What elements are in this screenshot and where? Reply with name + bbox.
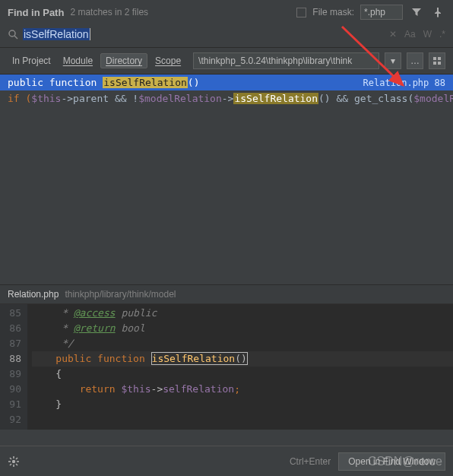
svg-point-0 (9, 30, 15, 36)
search-input[interactable]: isSelfRelation (23, 26, 385, 43)
search-query-text: isSelfRelation (23, 28, 90, 40)
result-file-info: Relation.php 88 (359, 78, 445, 88)
path-dropdown-icon[interactable]: ▾ (385, 52, 401, 69)
filemask-input[interactable] (360, 5, 403, 20)
recursive-icon[interactable] (429, 52, 445, 69)
words-icon[interactable]: W (423, 29, 432, 40)
preview-path: thinkphp/library/think/model (65, 289, 176, 300)
tab-scope[interactable]: Scope (150, 53, 185, 68)
svg-rect-4 (433, 62, 436, 65)
open-find-window-button[interactable]: Open in Find Window (338, 452, 445, 471)
gear-icon[interactable] (8, 455, 20, 468)
pin-icon[interactable] (430, 7, 445, 17)
filemask-checkbox[interactable] (296, 8, 306, 17)
svg-line-1 (14, 36, 17, 39)
svg-rect-3 (438, 57, 441, 60)
filter-icon[interactable] (409, 7, 424, 17)
match-highlight: isSelfRelation (103, 77, 188, 88)
svg-line-12 (16, 464, 17, 465)
dialog-title: Find in Path (8, 7, 64, 18)
preview-header: Relation.php thinkphp/library/think/mode… (0, 284, 453, 304)
result-row[interactable]: if ($this->parent && !$modelRelation->is… (0, 90, 453, 106)
svg-line-14 (16, 458, 17, 459)
code-preview[interactable]: 85 86 87 88 89 90 91 92 * @access public… (0, 304, 453, 430)
title-bar: Find in Path 2 matches in 2 files File m… (0, 0, 453, 23)
svg-rect-2 (433, 57, 436, 60)
gutter: 85 86 87 88 89 90 91 92 (0, 304, 27, 430)
browse-path-button[interactable]: … (407, 52, 423, 69)
shortcut-hint: Ctrl+Enter (290, 456, 331, 467)
code-lines: * @access public * @return bool */ publi… (27, 304, 453, 430)
search-icon (8, 29, 18, 40)
filemask-label: File mask: (312, 7, 354, 17)
match-highlight: isSelfRelation (233, 93, 318, 104)
svg-line-13 (10, 464, 11, 465)
scope-row: In Project Module Directory Scope ▾ … (0, 47, 453, 75)
search-row: isSelfRelation ✕ Aa W .* (0, 23, 453, 47)
directory-path-input[interactable] (193, 52, 379, 69)
match-count: 2 matches in 2 files (70, 7, 148, 17)
result-row[interactable]: public function isSelfRelation() Relatio… (0, 75, 453, 90)
match-case-icon[interactable]: Aa (404, 29, 416, 40)
footer: Ctrl+Enter Open in Find Window (0, 446, 453, 476)
svg-line-11 (10, 458, 11, 459)
clear-icon[interactable]: ✕ (389, 29, 397, 40)
svg-rect-5 (438, 62, 441, 65)
preview-filename: Relation.php (8, 289, 59, 300)
tab-in-project[interactable]: In Project (8, 53, 55, 68)
tab-directory[interactable]: Directory (100, 53, 147, 68)
results-list: public function isSelfRelation() Relatio… (0, 75, 453, 106)
regex-icon[interactable]: .* (439, 29, 445, 40)
tab-module[interactable]: Module (59, 53, 97, 68)
svg-point-6 (12, 459, 15, 462)
